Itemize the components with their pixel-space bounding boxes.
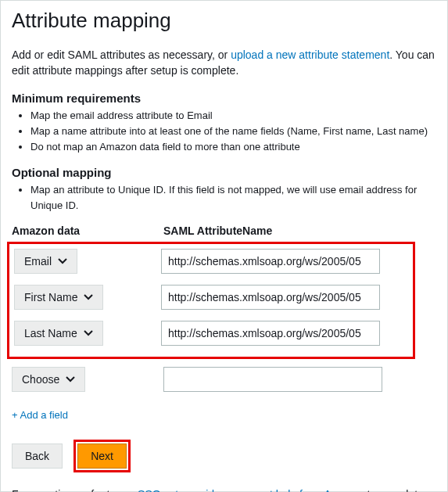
button-row: Back Next: [12, 440, 436, 472]
intro-text: Add or edit SAML attributes as necessary…: [12, 47, 436, 79]
mapping-row-email: Email: [14, 249, 408, 274]
amazon-data-select-email[interactable]: Email: [14, 249, 77, 274]
col-saml-attrname: SAML AttributeName: [163, 224, 272, 237]
amazon-data-select-firstname[interactable]: First Name: [14, 285, 103, 310]
footer-mid: or: [220, 488, 236, 492]
select-label: Last Name: [24, 327, 77, 339]
list-item: Map the email address attribute to Email: [30, 108, 436, 124]
footer-prefix: For questions refer to our: [12, 488, 138, 492]
next-button[interactable]: Next: [77, 444, 127, 469]
saml-attr-input-lastname[interactable]: [161, 321, 380, 346]
mapping-row-firstname: First Name: [14, 285, 408, 310]
request-help-link[interactable]: request help from Amazon: [236, 488, 364, 492]
intro-prefix: Add or edit SAML attributes as necessary…: [12, 48, 231, 61]
chevron-down-icon: [84, 294, 93, 300]
add-field-link[interactable]: + Add a field: [12, 409, 68, 421]
column-headers: Amazon data SAML AttributeName: [12, 224, 436, 237]
chevron-down-icon: [66, 376, 75, 382]
sso-guide-link[interactable]: SSO setup guide: [138, 488, 220, 492]
upload-statement-link[interactable]: upload a new attribute statement: [231, 48, 389, 61]
select-label: Choose: [22, 373, 59, 386]
attr-mapping-panel: Attribute mapping Add or edit SAML attri…: [0, 0, 448, 492]
min-req-list: Map the email address attribute to Email…: [12, 108, 436, 155]
select-label: Email: [24, 255, 52, 268]
min-req-heading: Minimum requirements: [12, 92, 436, 105]
next-button-highlight: Next: [73, 440, 131, 472]
mapping-row-lastname: Last Name: [14, 321, 408, 346]
list-item: Do not map an Amazon data field to more …: [30, 139, 436, 155]
col-amazon-data: Amazon data: [12, 224, 163, 237]
saml-attr-input-extra[interactable]: [163, 367, 382, 392]
optional-list: Map an attribute to Unique ID. If this f…: [12, 182, 436, 214]
chevron-down-icon: [58, 258, 67, 264]
list-item: Map an attribute to Unique ID. If this f…: [30, 182, 436, 214]
select-label: First Name: [24, 291, 77, 303]
optional-heading: Optional mapping: [12, 166, 436, 179]
chevron-down-icon: [84, 330, 93, 336]
saml-attr-input-firstname[interactable]: [161, 285, 380, 310]
amazon-data-select-choose[interactable]: Choose: [12, 367, 85, 392]
mapping-highlight: Email First Name: [7, 242, 415, 359]
page-title: Attribute mapping: [12, 9, 436, 33]
footer-text: For questions refer to our SSO setup gui…: [12, 487, 436, 492]
list-item: Map a name attribute into at least one o…: [30, 124, 436, 139]
mapping-row-extra: Choose: [12, 367, 436, 392]
amazon-data-select-lastname[interactable]: Last Name: [14, 321, 103, 346]
saml-attr-input-email[interactable]: [161, 249, 380, 274]
back-button[interactable]: Back: [12, 444, 63, 469]
